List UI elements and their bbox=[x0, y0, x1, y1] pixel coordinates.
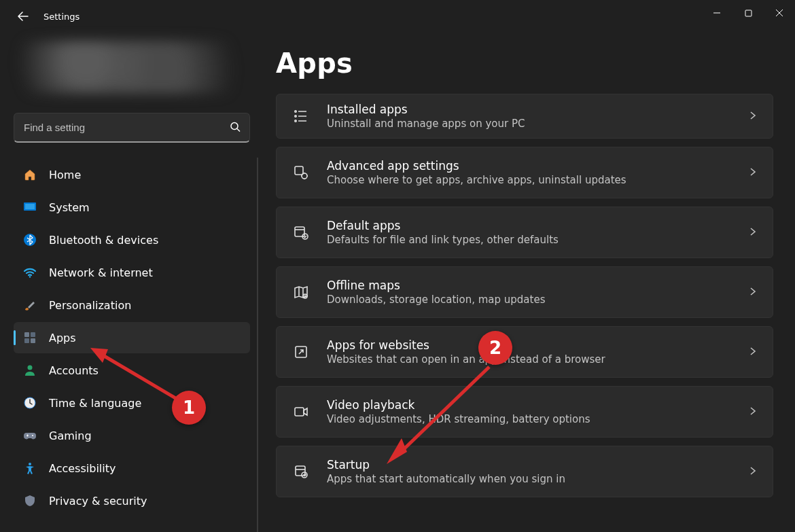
svg-rect-0 bbox=[745, 10, 752, 16]
accessibility-icon bbox=[23, 461, 37, 475]
card-desc: Uninstall and manage apps on your PC bbox=[327, 118, 732, 130]
paintbrush-icon bbox=[23, 298, 37, 312]
sidebar: Home System Bluetooth & devices bbox=[0, 33, 264, 532]
card-video-playback[interactable]: Video playback Video adjustments, HDR st… bbox=[276, 386, 773, 438]
window-check-icon bbox=[292, 223, 311, 242]
card-installed-apps[interactable]: Installed apps Uninstall and manage apps… bbox=[276, 94, 773, 139]
sidebar-item-privacy[interactable]: Privacy & security bbox=[14, 485, 250, 516]
sidebar-item-bluetooth[interactable]: Bluetooth & devices bbox=[14, 224, 250, 255]
card-offline-maps[interactable]: Offline maps Downloads, storage location… bbox=[276, 266, 773, 318]
chevron-right-icon bbox=[748, 287, 758, 298]
back-arrow-icon bbox=[18, 11, 29, 22]
card-desc: Choose where to get apps, archive apps, … bbox=[327, 174, 732, 186]
page-title: Apps bbox=[276, 48, 773, 79]
card-desc: Downloads, storage location, map updates bbox=[327, 294, 732, 306]
sidebar-item-label: System bbox=[49, 201, 90, 214]
sidebar-item-label: Home bbox=[49, 169, 81, 181]
svg-point-10 bbox=[28, 366, 33, 370]
sidebar-item-apps[interactable]: Apps bbox=[14, 322, 250, 353]
sidebar-item-label: Apps bbox=[49, 332, 76, 344]
chevron-right-icon bbox=[748, 167, 758, 179]
startup-icon bbox=[292, 462, 311, 481]
svg-point-1 bbox=[231, 123, 238, 130]
window-controls bbox=[701, 0, 795, 26]
card-title: Default apps bbox=[327, 219, 732, 232]
chevron-right-icon bbox=[748, 111, 758, 122]
back-button[interactable] bbox=[12, 5, 34, 27]
search-wrap bbox=[14, 113, 250, 143]
svg-rect-25 bbox=[296, 466, 305, 476]
open-external-icon bbox=[292, 342, 311, 361]
bluetooth-icon bbox=[23, 233, 37, 247]
sidebar-item-label: Bluetooth & devices bbox=[49, 234, 158, 247]
gamepad-icon bbox=[23, 429, 37, 442]
titlebar: Settings bbox=[0, 0, 795, 33]
card-title: Advanced app settings bbox=[327, 159, 732, 173]
svg-point-5 bbox=[29, 276, 31, 277]
search-icon bbox=[230, 122, 241, 135]
shield-icon bbox=[23, 494, 37, 508]
user-profile-blurred[interactable] bbox=[14, 41, 250, 94]
card-apps-for-websites[interactable]: Apps for websites Websites that can open… bbox=[276, 326, 773, 378]
person-icon bbox=[23, 363, 37, 377]
sidebar-item-time-language[interactable]: Time & language bbox=[14, 387, 250, 419]
list-icon bbox=[292, 107, 311, 126]
svg-rect-3 bbox=[25, 204, 35, 209]
maximize-button[interactable] bbox=[732, 0, 764, 26]
svg-rect-8 bbox=[24, 338, 29, 343]
sidebar-item-label: Accounts bbox=[49, 364, 99, 377]
card-desc: Defaults for file and link types, other … bbox=[327, 234, 732, 246]
sidebar-item-label: Accessibility bbox=[49, 462, 116, 475]
clock-icon bbox=[23, 396, 37, 410]
minimize-icon bbox=[713, 9, 721, 17]
maximize-icon bbox=[745, 10, 752, 17]
card-title: Video playback bbox=[327, 398, 732, 412]
card-title: Installed apps bbox=[327, 103, 732, 116]
card-default-apps[interactable]: Default apps Defaults for file and link … bbox=[276, 207, 773, 258]
nav-scrollbar-track bbox=[257, 158, 258, 532]
sidebar-item-home[interactable]: Home bbox=[14, 159, 250, 190]
app-title: Settings bbox=[43, 12, 80, 22]
svg-point-14 bbox=[29, 463, 31, 465]
card-startup[interactable]: Startup Apps that start automatically wh… bbox=[276, 446, 773, 497]
sidebar-item-system[interactable]: System bbox=[14, 192, 250, 223]
wifi-icon bbox=[23, 266, 37, 279]
svg-rect-24 bbox=[295, 408, 304, 416]
sidebar-item-network[interactable]: Network & internet bbox=[14, 257, 250, 288]
card-title: Apps for websites bbox=[327, 338, 732, 352]
card-desc: Video adjustments, HDR streaming, batter… bbox=[327, 413, 732, 425]
svg-point-13 bbox=[32, 435, 33, 436]
sidebar-item-label: Network & internet bbox=[49, 266, 153, 279]
card-title: Startup bbox=[327, 458, 732, 472]
home-icon bbox=[23, 168, 37, 181]
sidebar-item-label: Gaming bbox=[49, 429, 92, 442]
video-icon bbox=[292, 402, 311, 421]
svg-point-19 bbox=[302, 173, 307, 179]
sidebar-item-label: Time & language bbox=[49, 397, 141, 410]
sidebar-item-label: Personalization bbox=[49, 299, 131, 312]
card-advanced-app-settings[interactable]: Advanced app settings Choose where to ge… bbox=[276, 147, 773, 198]
sidebar-item-label: Privacy & security bbox=[49, 495, 147, 508]
svg-rect-6 bbox=[24, 332, 29, 337]
chevron-right-icon bbox=[748, 227, 758, 238]
sidebar-item-accessibility[interactable]: Accessibility bbox=[14, 453, 250, 484]
sidebar-item-accounts[interactable]: Accounts bbox=[14, 355, 250, 386]
apps-icon bbox=[23, 331, 37, 344]
close-icon bbox=[775, 9, 783, 17]
map-icon bbox=[292, 283, 311, 302]
sidebar-item-personalization[interactable]: Personalization bbox=[14, 289, 250, 321]
svg-rect-9 bbox=[31, 338, 35, 343]
sidebar-item-gaming[interactable]: Gaming bbox=[14, 420, 250, 451]
content: Apps Installed apps Uninstall and manage… bbox=[264, 33, 795, 532]
chevron-right-icon bbox=[748, 406, 758, 418]
svg-rect-7 bbox=[31, 332, 35, 337]
svg-point-15 bbox=[295, 111, 296, 112]
minimize-button[interactable] bbox=[701, 0, 732, 26]
search-input[interactable] bbox=[14, 113, 250, 143]
chevron-right-icon bbox=[748, 466, 758, 478]
svg-rect-18 bbox=[295, 166, 303, 175]
system-icon bbox=[23, 200, 37, 214]
close-button[interactable] bbox=[764, 0, 795, 26]
svg-point-17 bbox=[295, 120, 296, 122]
card-desc: Websites that can open in an app instead… bbox=[327, 353, 732, 366]
